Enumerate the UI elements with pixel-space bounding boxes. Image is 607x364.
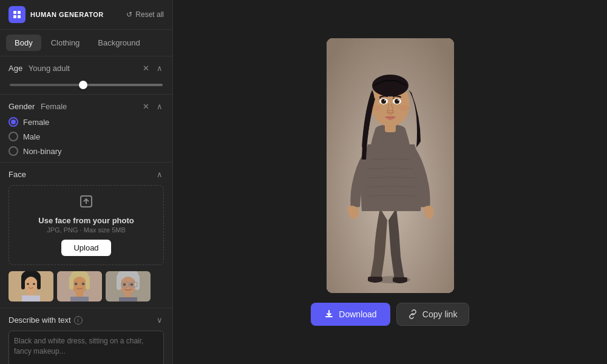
- gender-section: Gender Female ✕ ∧ Female Male Non-binar: [0, 95, 172, 163]
- action-buttons: Download Copy link: [311, 303, 469, 326]
- right-panel: Download Copy link: [173, 0, 607, 364]
- tab-background[interactable]: Background: [89, 35, 148, 51]
- gender-nonbinary-option[interactable]: Non-binary: [8, 146, 164, 156]
- svg-point-20: [82, 283, 85, 285]
- face-thumbnail-2[interactable]: [57, 271, 102, 302]
- generated-image: [327, 38, 454, 293]
- svg-point-16: [72, 277, 87, 294]
- svg-rect-38: [368, 277, 382, 281]
- age-value: Young adult: [29, 64, 70, 73]
- download-label: Download: [339, 309, 376, 319]
- reset-all-button[interactable]: ↺ Reset all: [126, 10, 164, 19]
- svg-rect-34: [119, 297, 137, 302]
- gender-value: Female: [41, 102, 67, 111]
- age-slider-container: [8, 79, 164, 88]
- svg-point-19: [75, 283, 78, 285]
- svg-rect-26: [117, 275, 121, 290]
- describe-section: Describe with text i ∨: [0, 308, 172, 364]
- describe-textarea[interactable]: [8, 331, 164, 364]
- svg-point-7: [24, 277, 38, 292]
- app-title: HUMAN GENERATOR: [30, 11, 104, 18]
- svg-point-56: [371, 105, 381, 111]
- svg-point-29: [131, 283, 134, 286]
- female-radio-dot: [11, 120, 16, 124]
- age-controls: ✕ ∧: [141, 62, 164, 74]
- age-collapse-button[interactable]: ∧: [155, 62, 164, 74]
- gender-controls: ✕ ∧: [141, 101, 164, 112]
- svg-point-11: [33, 283, 35, 285]
- svg-rect-22: [70, 297, 89, 302]
- svg-rect-40: [393, 277, 407, 282]
- svg-point-57: [399, 105, 409, 111]
- download-icon: [324, 309, 334, 319]
- face-thumbnail-1[interactable]: [8, 271, 53, 302]
- gender-clear-button[interactable]: ✕: [141, 101, 151, 112]
- svg-rect-8: [21, 277, 25, 289]
- tab-bar: Body Clothing Background: [0, 30, 172, 56]
- gender-collapse-button[interactable]: ∧: [155, 101, 164, 112]
- upload-title: Use face from your photo: [38, 216, 134, 225]
- face-label: Face: [8, 170, 26, 179]
- gender-radio-group: Female Male Non-binary: [8, 117, 164, 156]
- describe-header: Describe with text i ∨: [8, 314, 164, 326]
- age-label: Age: [8, 64, 22, 73]
- left-panel: HUMAN GENERATOR ↺ Reset all Body Clothin…: [0, 0, 173, 364]
- describe-collapse-button[interactable]: ∨: [155, 314, 164, 326]
- svg-rect-18: [86, 276, 90, 289]
- describe-text-label: Describe with text: [8, 315, 71, 325]
- gender-male-option[interactable]: Male: [8, 132, 164, 141]
- logo-area: HUMAN GENERATOR: [8, 6, 104, 23]
- svg-point-28: [123, 283, 126, 286]
- tab-body[interactable]: Body: [6, 35, 41, 51]
- gender-section-header: Gender Female ✕ ∧: [8, 101, 164, 112]
- reset-icon: ↺: [126, 10, 132, 19]
- svg-rect-1: [18, 11, 21, 14]
- app-header: HUMAN GENERATOR ↺ Reset all: [0, 0, 172, 30]
- face-section: Face ∧ Use face from your photo JPG, PNG…: [0, 163, 172, 308]
- reset-label: Reset all: [135, 10, 164, 19]
- copy-link-icon: [408, 309, 418, 319]
- gender-label: Gender: [8, 102, 35, 111]
- describe-label: Describe with text i: [8, 315, 83, 325]
- svg-point-54: [398, 99, 399, 101]
- svg-point-53: [384, 99, 385, 101]
- generated-image-container: [327, 38, 454, 293]
- svg-point-46: [372, 75, 409, 96]
- age-clear-button[interactable]: ✕: [141, 62, 151, 74]
- face-upload-area: Use face from your photo JPG, PNG · Max …: [8, 185, 164, 265]
- nonbinary-radio-circle: [8, 146, 18, 156]
- copy-link-button[interactable]: Copy link: [396, 303, 469, 326]
- svg-point-25: [120, 277, 136, 295]
- gender-female-option[interactable]: Female: [8, 117, 164, 127]
- face-thumbnail-3[interactable]: [106, 271, 151, 302]
- age-section: Age Young adult ✕ ∧: [0, 56, 172, 95]
- tab-clothing[interactable]: Clothing: [42, 35, 89, 51]
- svg-rect-2: [13, 15, 16, 18]
- svg-point-10: [27, 283, 29, 285]
- nonbinary-label: Non-binary: [23, 147, 62, 156]
- logo-icon: [8, 6, 25, 23]
- download-button[interactable]: Download: [311, 303, 390, 326]
- svg-rect-0: [13, 11, 16, 14]
- face-section-header: Face ∧: [8, 169, 164, 180]
- info-icon: i: [74, 316, 83, 325]
- svg-rect-9: [37, 277, 41, 289]
- female-radio-circle: [8, 117, 18, 127]
- copy-link-label: Copy link: [422, 309, 458, 319]
- face-collapse-button[interactable]: ∧: [155, 169, 164, 180]
- male-radio-circle: [8, 132, 18, 141]
- male-label: Male: [23, 132, 40, 141]
- upload-icon: [79, 194, 93, 212]
- upload-subtitle: JPG, PNG · Max size 5MB: [47, 226, 126, 234]
- age-slider[interactable]: [10, 84, 163, 86]
- age-section-header: Age Young adult ✕ ∧: [8, 62, 164, 74]
- face-thumbnails: [8, 271, 164, 302]
- female-label: Female: [23, 118, 49, 127]
- upload-button[interactable]: Upload: [61, 240, 110, 256]
- svg-rect-3: [18, 15, 21, 18]
- svg-rect-17: [69, 276, 73, 289]
- svg-rect-13: [22, 295, 40, 302]
